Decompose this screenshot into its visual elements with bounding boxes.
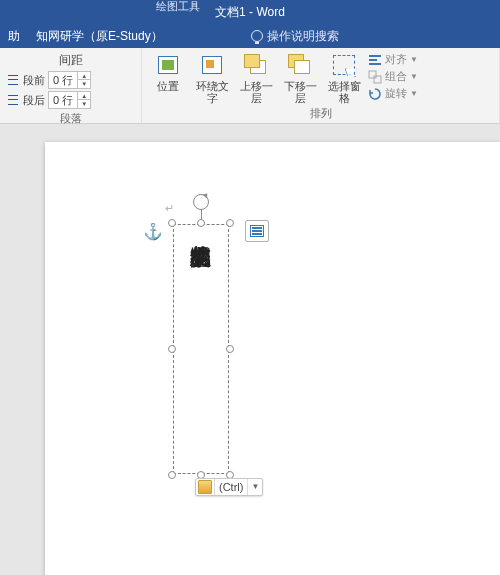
space-after-row: 段后 0 行 ▲▼: [6, 91, 135, 109]
resize-handle-w[interactable]: [168, 345, 176, 353]
textbox-text[interactable]: 文档字体怎么变成竖的: [189, 225, 213, 473]
tab-estudy[interactable]: 知网研学（原E-Study）: [28, 24, 171, 48]
textbox[interactable]: 文档字体怎么变成竖的: [173, 224, 229, 474]
layout-options-button[interactable]: [245, 220, 269, 242]
bring-forward-button[interactable]: 上移一层: [236, 52, 276, 104]
tell-me-label: 操作说明搜索: [267, 28, 339, 45]
space-after-value: 0 行: [49, 93, 77, 108]
resize-handle-ne[interactable]: [226, 219, 234, 227]
tell-me-search[interactable]: 操作说明搜索: [251, 28, 339, 45]
space-after-input[interactable]: 0 行 ▲▼: [48, 91, 91, 109]
resize-handle-nw[interactable]: [168, 219, 176, 227]
lightbulb-icon: [251, 30, 263, 42]
chevron-down-icon: ▼: [247, 479, 262, 495]
align-icon: [368, 53, 382, 67]
layout-options-icon: [250, 225, 264, 237]
page[interactable]: ↵ ⚓ 文档字体怎么变成竖的 (Ctrl) ▼: [45, 142, 500, 575]
group-button[interactable]: 组合▼: [368, 69, 418, 84]
align-button[interactable]: 对齐▼: [368, 52, 418, 67]
wrap-text-button[interactable]: 环绕文字: [192, 52, 232, 104]
svg-rect-4: [374, 76, 381, 83]
space-before-spinner[interactable]: ▲▼: [77, 72, 90, 88]
window-title: 文档1 - Word: [0, 0, 500, 21]
space-before-input[interactable]: 0 行 ▲▼: [48, 71, 91, 89]
chevron-down-icon: ▼: [410, 55, 418, 64]
wrap-label: 环绕文字: [192, 80, 232, 104]
rotate-button[interactable]: 旋转▼: [368, 86, 418, 101]
space-before-row: 段前 0 行 ▲▼: [6, 71, 135, 89]
paragraph-mark-icon: ↵: [165, 202, 174, 215]
ctrl-label: (Ctrl): [214, 479, 247, 495]
title-bar: 绘图工具 文档1 - Word: [0, 0, 500, 24]
space-after-label: 段后: [23, 93, 45, 108]
paste-options-button[interactable]: (Ctrl) ▼: [195, 478, 263, 496]
resize-handle-n[interactable]: [197, 219, 205, 227]
spacing-heading: 间距: [6, 52, 135, 71]
resize-handle-sw[interactable]: [168, 471, 176, 479]
space-after-icon: [6, 93, 20, 107]
document-area: ↵ ⚓ 文档字体怎么变成竖的 (Ctrl) ▼: [0, 124, 500, 575]
ribbon-tabs: 助 知网研学（原E-Study） 形状格式 操作说明搜索: [0, 24, 500, 48]
rotate-handle[interactable]: [193, 194, 209, 210]
group-arrange: 位置 环绕文字 上移一层 下移一层 选择窗格: [142, 48, 500, 123]
anchor-icon: ⚓: [143, 222, 163, 241]
clipboard-icon: [198, 480, 212, 494]
space-before-icon: [6, 73, 20, 87]
chevron-down-icon: ▼: [410, 72, 418, 81]
resize-handle-e[interactable]: [226, 345, 234, 353]
bring-forward-label: 上移一层: [236, 80, 276, 104]
rotate-icon: [368, 87, 382, 101]
space-before-label: 段前: [23, 73, 45, 88]
position-button[interactable]: 位置: [148, 52, 188, 92]
space-before-value: 0 行: [49, 73, 77, 88]
ribbon: 间距 段前 0 行 ▲▼ 段后 0 行 ▲▼ 段落: [0, 48, 500, 124]
svg-rect-2: [369, 63, 381, 65]
selection-pane-button[interactable]: 选择窗格: [324, 52, 364, 104]
space-after-spinner[interactable]: ▲▼: [77, 92, 90, 108]
group-paragraph: 间距 段前 0 行 ▲▼ 段后 0 行 ▲▼ 段落: [0, 48, 142, 123]
svg-rect-3: [369, 71, 376, 78]
svg-rect-0: [369, 55, 381, 57]
selection-pane-label: 选择窗格: [324, 80, 364, 104]
group-icon: [368, 70, 382, 84]
group-label-arrange: 排列: [148, 106, 493, 121]
position-label: 位置: [157, 80, 179, 92]
tab-help[interactable]: 助: [0, 24, 28, 48]
send-backward-button[interactable]: 下移一层: [280, 52, 320, 104]
chevron-down-icon: ▼: [410, 89, 418, 98]
send-backward-label: 下移一层: [280, 80, 320, 104]
svg-rect-1: [369, 59, 377, 61]
